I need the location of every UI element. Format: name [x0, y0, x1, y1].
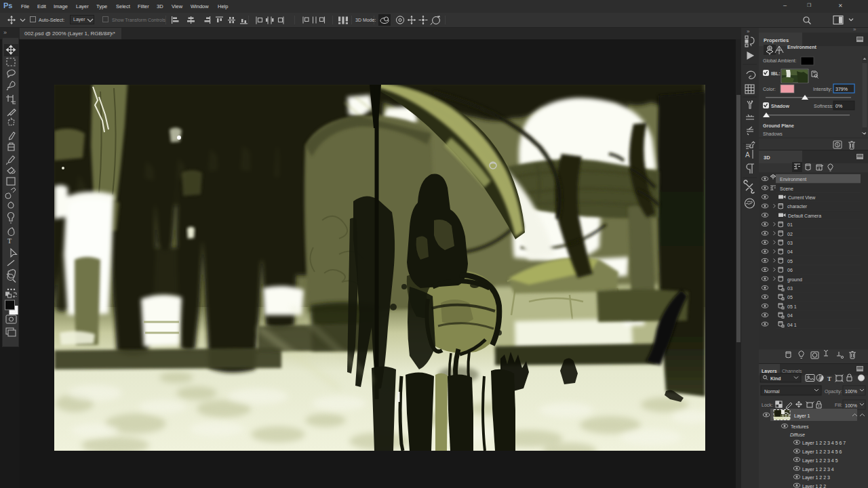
- svg-text:Opacity:: Opacity:: [825, 389, 842, 394]
- svg-text:04: 04: [787, 313, 793, 318]
- svg-text:T: T: [7, 237, 12, 245]
- svg-text:ground: ground: [787, 277, 802, 283]
- svg-text:Ground Plane: Ground Plane: [763, 123, 794, 128]
- svg-text:Layer 1 2 2 3 4 5 6: Layer 1 2 2 3 4 5 6: [802, 449, 842, 455]
- svg-text:Layer 1 2 2: Layer 1 2 2: [802, 484, 826, 488]
- svg-text:05: 05: [787, 295, 793, 300]
- svg-text:»: »: [747, 28, 750, 35]
- svg-text:3D: 3D: [764, 155, 770, 161]
- svg-text:Lock:: Lock:: [762, 403, 773, 407]
- svg-text:Softness:: Softness:: [814, 104, 833, 108]
- svg-text:100%: 100%: [845, 403, 857, 408]
- svg-text:Layer 1 2 2 3: Layer 1 2 2 3: [802, 475, 830, 481]
- svg-text:379%: 379%: [835, 87, 848, 92]
- svg-text:Color:: Color:: [763, 87, 776, 92]
- svg-text:Shadow: Shadow: [771, 104, 789, 108]
- svg-text:Current View: Current View: [788, 195, 816, 200]
- svg-text:Shadows: Shadows: [763, 131, 783, 136]
- svg-text:100%: 100%: [845, 389, 857, 394]
- svg-text:Channels: Channels: [782, 369, 802, 373]
- svg-text:A: A: [745, 151, 750, 159]
- svg-text:04 1: 04 1: [787, 323, 797, 327]
- svg-text:Scene: Scene: [780, 186, 793, 191]
- svg-text:Intensity:: Intensity:: [813, 87, 832, 92]
- svg-text:Layer 1 2 2 3 4 5: Layer 1 2 2 3 4 5: [802, 458, 838, 464]
- svg-text:T: T: [827, 375, 831, 382]
- svg-text:04: 04: [787, 249, 793, 254]
- svg-text:01: 01: [787, 222, 793, 227]
- svg-text:Layer 1: Layer 1: [794, 413, 810, 419]
- svg-text:»: »: [853, 28, 856, 33]
- svg-text:03: 03: [787, 286, 793, 291]
- svg-text:06: 06: [787, 268, 793, 272]
- svg-text:Kind: Kind: [770, 376, 781, 381]
- svg-text:Default Camera: Default Camera: [788, 214, 821, 218]
- svg-text:Environment: Environment: [787, 45, 816, 49]
- svg-text:Textures: Textures: [791, 424, 809, 429]
- svg-text:Layer 1 2 2 3 4: Layer 1 2 2 3 4: [802, 467, 834, 472]
- svg-text:Properties: Properties: [764, 37, 789, 43]
- svg-text:05: 05: [787, 259, 793, 264]
- svg-text:02: 02: [787, 232, 793, 237]
- svg-text:0%: 0%: [835, 104, 842, 108]
- svg-text:Global Ambient:: Global Ambient:: [763, 58, 796, 63]
- svg-text:character: character: [787, 204, 808, 209]
- svg-text:Layer 1 2 2 3 4 5 6 7: Layer 1 2 2 3 4 5 6 7: [802, 441, 846, 446]
- svg-text:Layers: Layers: [762, 369, 777, 374]
- svg-text:Fill:: Fill:: [835, 403, 842, 407]
- svg-text:IBL:: IBL:: [771, 71, 781, 76]
- svg-text:05 1: 05 1: [787, 304, 797, 309]
- svg-text:Diffuse: Diffuse: [790, 432, 805, 437]
- svg-text:Environment: Environment: [780, 177, 806, 182]
- svg-text:03: 03: [787, 241, 793, 245]
- svg-text:Normal: Normal: [764, 389, 780, 394]
